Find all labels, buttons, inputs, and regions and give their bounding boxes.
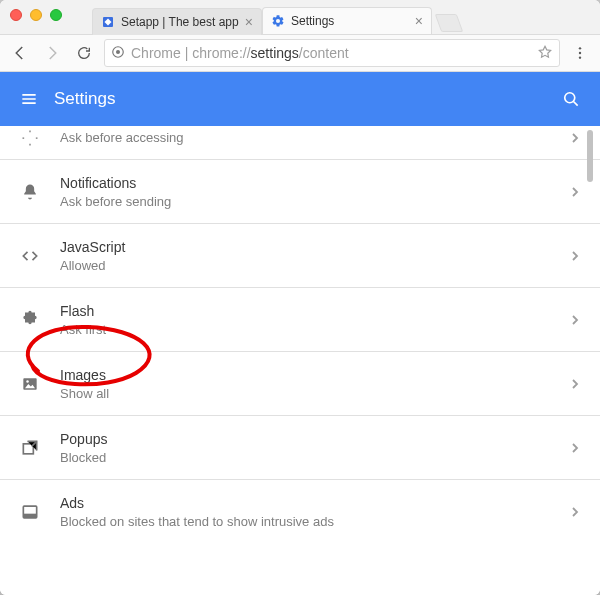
reload-button[interactable] [72,41,96,65]
window-controls [10,9,62,21]
setting-row-notifications[interactable]: Notifications Ask before sending [0,160,600,224]
url-path: /content [299,45,349,61]
bookmark-star-icon[interactable] [537,44,553,63]
toolbar: Chrome | chrome://settings/content [0,34,600,72]
chevron-right-icon [570,129,580,147]
svg-rect-12 [23,514,36,518]
setting-title: Flash [60,303,570,319]
settings-title: Settings [54,89,115,109]
overflow-menu-button[interactable] [568,41,592,65]
setting-sub: Blocked on sites that tend to show intru… [60,514,570,529]
browser-window: Setapp | The best app × Settings × [0,0,600,595]
setting-title: Notifications [60,175,570,191]
chevron-right-icon [570,439,580,457]
tab-strip: Setapp | The best app × Settings × [0,0,600,34]
svg-point-4 [579,47,581,49]
url-host: settings [251,45,299,61]
forward-button[interactable] [40,41,64,65]
search-button[interactable] [560,88,582,110]
setting-sub: Show all [60,386,570,401]
setting-row-images[interactable]: Images Show all [0,352,600,416]
chevron-right-icon [570,311,580,329]
ad-frame-icon [20,502,60,522]
code-icon [20,246,60,266]
chevron-right-icon [570,183,580,201]
tab-setapp[interactable]: Setapp | The best app × [92,8,262,35]
svg-point-5 [579,52,581,54]
setting-title: Images [60,367,570,383]
setting-row-javascript[interactable]: JavaScript Allowed [0,224,600,288]
new-tab-button[interactable] [435,14,464,32]
setting-title: Popups [60,431,570,447]
url-host-prefix: chrome:// [192,45,250,61]
window-minimize-button[interactable] [30,9,42,21]
setting-row-popups[interactable]: Popups Blocked [0,416,600,480]
setting-title: Ads [60,495,570,511]
svg-point-7 [565,93,575,103]
settings-header: Settings [0,72,600,126]
window-maximize-button[interactable] [50,9,62,21]
close-icon[interactable]: × [415,14,423,28]
setting-title: JavaScript [60,239,570,255]
svg-point-9 [26,380,29,383]
scrollbar[interactable] [587,130,597,190]
setting-sub: Ask before accessing [60,130,570,145]
tab-label: Settings [291,14,409,28]
setting-row-flash[interactable]: Flash Ask first [0,288,600,352]
image-icon [20,374,60,394]
puzzle-icon [20,310,60,330]
tab-label: Setapp | The best app [121,15,239,29]
svg-point-6 [579,56,581,58]
content-settings-list: Ask before accessing Notifications Ask b… [0,126,600,595]
bell-icon [20,182,60,202]
svg-point-3 [116,49,120,53]
chevron-right-icon [570,375,580,393]
setting-row-location[interactable]: Ask before accessing [0,126,600,160]
location-icon [20,128,60,148]
setting-sub: Ask first [60,322,570,337]
url-divider: | [181,45,192,61]
url-scheme-label: Chrome [131,45,181,61]
omnibox-url: Chrome | chrome://settings/content [131,45,349,61]
chrome-page-icon [111,45,125,62]
setting-sub: Allowed [60,258,570,273]
close-icon[interactable]: × [245,15,253,29]
setting-row-ads[interactable]: Ads Blocked on sites that tend to show i… [0,480,600,544]
setting-sub: Blocked [60,450,570,465]
gear-icon [271,14,285,28]
setapp-icon [101,15,115,29]
hamburger-menu-button[interactable] [18,88,40,110]
chevron-right-icon [570,247,580,265]
popup-icon [20,438,60,458]
setting-sub: Ask before sending [60,194,570,209]
window-close-button[interactable] [10,9,22,21]
back-button[interactable] [8,41,32,65]
omnibox[interactable]: Chrome | chrome://settings/content [104,39,560,67]
tabs-container: Setapp | The best app × Settings × [92,0,460,34]
tab-settings[interactable]: Settings × [262,7,432,34]
chevron-right-icon [570,503,580,521]
